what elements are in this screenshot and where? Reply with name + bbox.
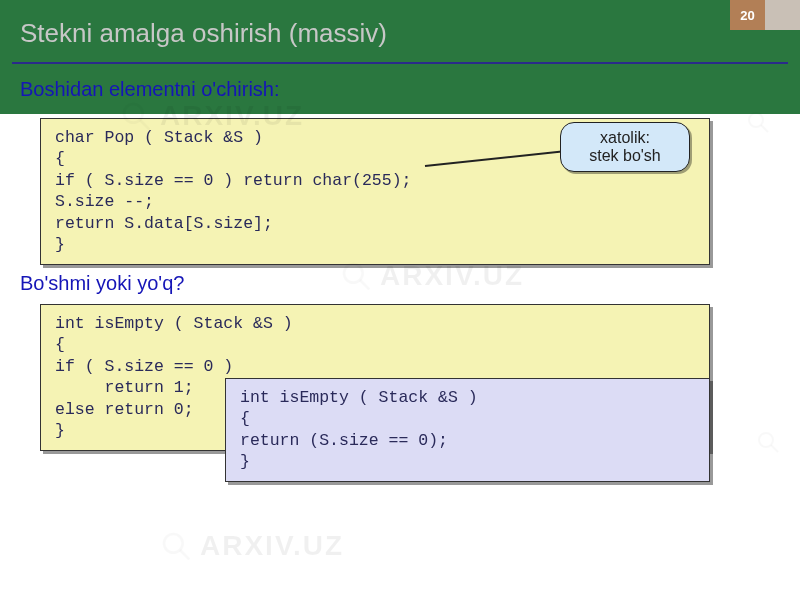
code-block-isempty-short: int isEmpty ( Stack &S ) { return (S.siz… (225, 378, 710, 482)
magnifier-icon (160, 530, 192, 562)
error-callout: xatolik: stek bo'sh (560, 122, 690, 172)
svg-line-9 (771, 445, 778, 452)
watermark-text: ARXIV.UZ (200, 530, 344, 562)
svg-point-4 (164, 534, 183, 553)
section-heading-isempty: Bo'shmi yoki yo'q? (20, 272, 184, 295)
svg-line-5 (180, 550, 189, 559)
svg-point-6 (749, 113, 763, 127)
watermark: ARXIV.UZ (340, 260, 524, 292)
page-number: 20 (730, 0, 765, 30)
svg-line-7 (761, 125, 768, 132)
magnifier-icon (756, 430, 780, 454)
section-heading-remove: Boshidan elementni o'chirish: (20, 78, 280, 101)
watermark (756, 430, 780, 454)
watermark: ARXIV.UZ (160, 530, 344, 562)
magnifier-icon (340, 260, 372, 292)
watermark-text: ARXIV.UZ (380, 260, 524, 292)
title-underline (12, 62, 788, 64)
svg-point-2 (344, 264, 363, 283)
svg-line-3 (360, 280, 369, 289)
header-side-strip (765, 0, 800, 30)
callout-text-line2: stek bo'sh (569, 147, 681, 165)
slide-title: Stekni amalga oshirish (massiv) (20, 18, 387, 49)
svg-point-8 (759, 433, 773, 447)
callout-text-line1: xatolik: (569, 129, 681, 147)
